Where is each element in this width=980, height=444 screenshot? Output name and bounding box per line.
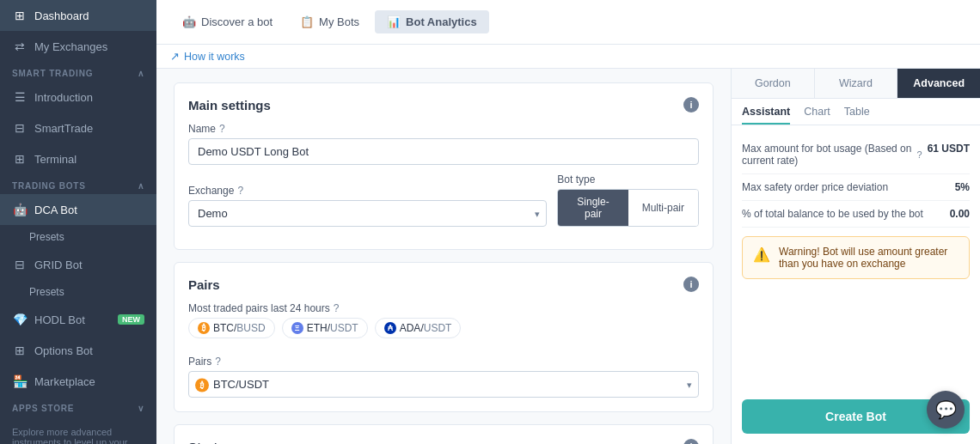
how-it-works-bar: ↗ How it works [156,45,980,69]
ada-coin-icon: ₳ [384,322,396,334]
strategy-info-icon[interactable]: i [683,439,699,444]
warning-icon: ⚠️ [753,246,770,263]
main-settings-title: Main settings [188,98,271,113]
pairs-select-group: Pairs ? BTC/USDT ETH/USDT ADA/USDT ₿ ▾ [188,356,699,398]
hodl-bot-icon: 💎 [12,312,28,327]
gordon-tab[interactable]: Gordon [732,69,815,98]
terminal-icon: ⊞ [12,151,28,167]
bot-name-input[interactable] [188,138,699,165]
stat-label-2: % of total balance to be used by the bot [742,208,950,220]
stat-value-0: 61 USDT [928,143,970,155]
sidebar-item-terminal[interactable]: ⊞ Terminal [0,143,156,174]
sidebar-item-introduction[interactable]: ☰ Introduction [0,82,156,113]
external-link-icon: ↗ [170,50,180,63]
dashboard-icon: ⊞ [12,8,28,23]
pairs-select-wrapper: BTC/USDT ETH/USDT ADA/USDT ₿ ▾ [188,371,699,398]
exchange-help-icon[interactable]: ? [237,185,243,197]
exchanges-icon: ⇄ [12,39,28,54]
pair-chip-ethusdt[interactable]: Ξ ETH/USDT [282,318,368,338]
sidebar-item-exchanges[interactable]: ⇄ My Exchanges [0,31,156,62]
table-sub-tab[interactable]: Table [844,106,870,125]
sidebar-item-label: DCA Bot [34,204,77,216]
advanced-tab[interactable]: Advanced [897,69,980,98]
main-settings-info-icon[interactable]: i [683,97,699,113]
discover-bot-button[interactable]: 🤖 Discover a bot [170,10,285,33]
sidebar-item-dca-presets[interactable]: Presets [0,225,156,249]
form-panel: Main settings i Name ? Exchange ? [156,69,731,444]
sidebar-item-dca-bot[interactable]: 🤖 DCA Bot [0,194,156,225]
name-help-icon[interactable]: ? [219,123,225,135]
sidebar-item-dashboard[interactable]: ⊞ Dashboard [0,0,156,31]
exchange-field-group: Exchange ? Demo Binance Coinbase ▾ [188,185,547,227]
sidebar-item-label: My Exchanges [34,40,107,53]
my-bots-button[interactable]: 📋 My Bots [288,10,371,33]
stat-label-0: Max amount for bot usage (Based on curre… [742,143,928,167]
exchange-select[interactable]: Demo Binance Coinbase [188,200,547,227]
introduction-icon: ☰ [12,89,28,105]
pair-chip-btcbusd[interactable]: ₿ BTC/BUSD [188,318,275,338]
exchange-label: Exchange ? [188,185,547,197]
chart-sub-tab[interactable]: Chart [804,106,830,125]
right-panel: Gordon Wizard Advanced Assistant Chart [731,69,980,444]
main-settings-header: Main settings i [188,97,699,113]
stat-row-2: % of total balance to be used by the bot… [742,201,970,228]
sidebar-item-hodl-bot[interactable]: 💎 HODL Bot NEW [0,304,156,335]
exchange-select-wrapper: Demo Binance Coinbase ▾ [188,200,547,227]
apps-store-description: Explore more advanced instruments to lev… [0,418,156,444]
stat-row-1: Max safety order price deviation 5% [742,174,970,201]
strategy-section: Strategy i [174,424,714,444]
how-it-works-link[interactable]: ↗ How it works [170,50,245,63]
pair-chip-adausdt[interactable]: ₳ ADA/USDT [375,318,462,338]
smart-trading-section-header: SMART TRADING ∧ [0,62,156,82]
stat-value-1: 5% [955,181,970,193]
most-traded-help-icon[interactable]: ? [334,302,340,314]
multi-pair-button[interactable]: Multi-pair [628,190,698,226]
pair-label: ADA/USDT [400,322,452,334]
pairs-help-icon[interactable]: ? [215,356,221,368]
sidebar-item-label: GRID Bot [34,258,83,271]
btc-coin-icon: ₿ [198,322,210,334]
warning-text: Warning! Bot will use amount greater tha… [779,246,959,270]
sidebar-item-label: HODL Bot [34,313,85,326]
name-label: Name ? [188,123,699,135]
marketplace-icon: 🏪 [12,374,28,389]
new-badge: NEW [118,314,144,325]
pairs-info-icon[interactable]: i [683,277,699,292]
main-settings-section: Main settings i Name ? Exchange ? [174,82,714,250]
single-pair-button[interactable]: Single-pair [558,190,628,226]
dca-bot-icon: 🤖 [12,202,28,217]
sidebar-item-label: Presets [29,286,64,298]
assistant-sub-tab[interactable]: Assistant [742,106,790,125]
pairs-select-label: Pairs ? [188,356,699,368]
sidebar-item-label: Dashboard [34,9,89,22]
sidebar-item-label: Introduction [34,91,93,104]
stat-value-2: 0.00 [950,208,970,220]
smarttrade-icon: ⊟ [12,120,28,136]
chat-bubble-button[interactable]: 💬 [927,391,965,429]
sidebar-item-label: Presets [29,231,64,243]
sidebar-item-grid-bot[interactable]: ⊟ GRID Bot [0,249,156,280]
sidebar-item-smarttrade[interactable]: ⊟ SmartTrade [0,113,156,143]
right-panel-tabs: Gordon Wizard Advanced [732,69,980,99]
stat-label-1: Max safety order price deviation [742,181,955,193]
trading-bots-section-header: TRADING BOTS ∧ [0,174,156,194]
most-traded-pairs: ₿ BTC/BUSD Ξ ETH/USDT ₳ ADA/USDT [188,318,699,338]
sidebar-item-label: Marketplace [34,375,95,388]
stat-help-icon-0[interactable]: ? [917,149,922,160]
bot-analytics-button[interactable]: 📊 Bot Analytics [375,10,489,33]
pairs-select[interactable]: BTC/USDT ETH/USDT ADA/USDT [188,371,699,398]
sidebar-item-label: Options Bot [34,344,93,357]
sidebar-item-marketplace[interactable]: 🏪 Marketplace [0,366,156,397]
exchange-bottype-row: Exchange ? Demo Binance Coinbase ▾ [188,173,699,227]
chat-icon: 💬 [935,399,957,420]
main-content: 🤖 Discover a bot 📋 My Bots 📊 Bot Analyti… [156,0,980,444]
sidebar-item-grid-presets[interactable]: Presets [0,280,156,304]
sidebar-item-options-bot[interactable]: ⊞ Options Bot [0,335,156,366]
pair-label: BTC/BUSD [213,322,266,334]
pair-label: ETH/USDT [307,322,358,334]
strategy-title: Strategy [188,440,240,445]
pairs-section-header: Pairs i [188,277,699,292]
wizard-tab[interactable]: Wizard [815,69,898,98]
right-panel-sub-tabs: Assistant Chart Table [732,99,980,125]
top-navigation: 🤖 Discover a bot 📋 My Bots 📊 Bot Analyti… [156,0,980,45]
